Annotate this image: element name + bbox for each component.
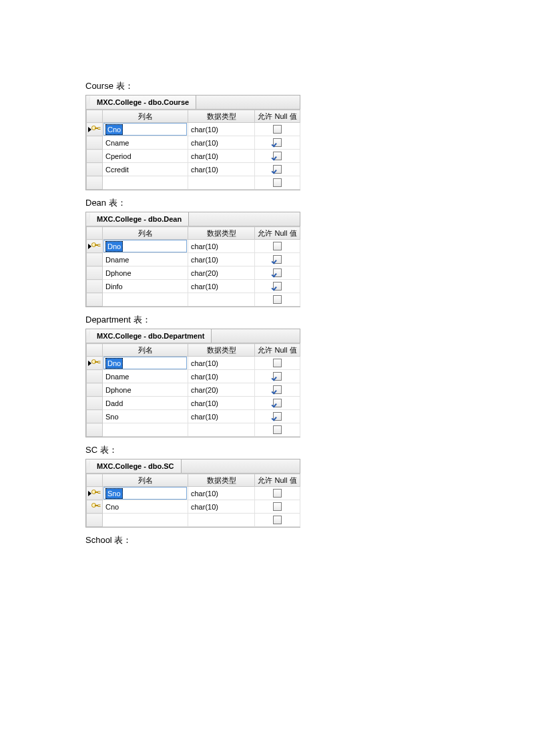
data-type-cell[interactable]: char(10) — [188, 280, 255, 293]
allow-null-cell[interactable] — [255, 487, 300, 500]
row-gutter[interactable] — [87, 383, 103, 397]
header-null[interactable]: 允许 Null 值 — [255, 227, 300, 240]
header-name[interactable]: 列名 — [103, 474, 188, 487]
data-type-cell[interactable]: char(10) — [188, 163, 255, 176]
table-row[interactable]: Dphonechar(20) — [87, 383, 300, 397]
table-row[interactable] — [87, 293, 300, 307]
header-null[interactable]: 允许 Null 值 — [255, 344, 300, 357]
name-editor[interactable]: Cno — [103, 123, 187, 136]
column-name-cell[interactable]: Dinfo — [103, 280, 188, 293]
table-row[interactable]: Cnochar(10) — [87, 500, 300, 514]
row-gutter[interactable] — [87, 487, 103, 500]
checkbox-icon[interactable] — [273, 359, 282, 367]
allow-null-cell[interactable] — [255, 176, 300, 190]
data-type-cell[interactable]: char(20) — [188, 266, 255, 280]
table-row[interactable]: Dnamechar(10) — [87, 370, 300, 383]
column-name-cell[interactable]: Dphone — [103, 383, 188, 397]
row-gutter[interactable] — [87, 500, 103, 514]
row-gutter[interactable] — [87, 280, 103, 293]
data-type-cell[interactable]: char(10) — [188, 253, 255, 266]
data-type-cell[interactable]: char(10) — [188, 240, 255, 253]
column-name-cell[interactable]: Ccredit — [103, 163, 188, 176]
column-name-cell[interactable]: Dno — [103, 357, 188, 370]
allow-null-cell[interactable] — [255, 357, 300, 370]
column-name-cell[interactable]: Dadd — [103, 397, 188, 410]
data-type-cell[interactable]: char(10) — [188, 500, 255, 514]
data-type-cell[interactable]: char(10) — [188, 136, 255, 150]
header-name[interactable]: 列名 — [103, 110, 188, 123]
row-gutter[interactable] — [87, 253, 103, 266]
data-type-cell[interactable] — [188, 176, 255, 190]
table-row[interactable]: Daddchar(10) — [87, 397, 300, 410]
header-null[interactable]: 允许 Null 值 — [255, 474, 300, 487]
checkbox-icon[interactable] — [273, 178, 282, 187]
column-name-cell[interactable]: Sno — [103, 487, 188, 500]
checkbox-icon[interactable] — [273, 138, 282, 147]
checkbox-icon[interactable] — [273, 425, 282, 434]
allow-null-cell[interactable] — [255, 410, 300, 423]
name-editor[interactable]: Dno — [103, 357, 187, 369]
data-type-cell[interactable]: char(10) — [188, 397, 255, 410]
data-type-cell[interactable]: char(10) — [188, 357, 255, 370]
row-gutter[interactable] — [87, 176, 103, 190]
allow-null-cell[interactable] — [255, 423, 300, 437]
allow-null-cell[interactable] — [255, 136, 300, 150]
table-row[interactable]: Snochar(10) — [87, 410, 300, 423]
allow-null-cell[interactable] — [255, 514, 300, 527]
checkbox-icon[interactable] — [273, 255, 282, 264]
data-type-cell[interactable]: char(20) — [188, 383, 255, 397]
checkbox-icon[interactable] — [273, 385, 282, 394]
checkbox-icon[interactable] — [273, 295, 282, 304]
data-type-cell[interactable]: char(10) — [188, 370, 255, 383]
header-name[interactable]: 列名 — [103, 227, 188, 240]
table-row[interactable]: Dphonechar(20) — [87, 266, 300, 280]
row-gutter[interactable] — [87, 163, 103, 176]
header-name[interactable]: 列名 — [103, 344, 188, 357]
data-type-cell[interactable]: char(10) — [188, 150, 255, 163]
column-name-cell[interactable]: Cname — [103, 136, 188, 150]
tab[interactable]: MXC.College - dbo.Course — [90, 96, 196, 109]
row-gutter[interactable] — [87, 266, 103, 280]
checkbox-icon[interactable] — [273, 399, 282, 407]
row-gutter[interactable] — [87, 397, 103, 410]
column-name-cell[interactable] — [103, 514, 188, 527]
checkbox-icon[interactable] — [273, 489, 282, 498]
table-row[interactable]: Cperiodchar(10) — [87, 150, 300, 163]
table-row[interactable]: Cnochar(10) — [87, 123, 300, 136]
row-gutter[interactable] — [87, 293, 103, 307]
table-row[interactable]: Dnochar(10) — [87, 240, 300, 253]
row-gutter[interactable] — [87, 136, 103, 150]
row-gutter[interactable] — [87, 150, 103, 163]
name-editor[interactable]: Dno — [103, 240, 187, 252]
checkbox-icon[interactable] — [273, 516, 282, 524]
row-gutter[interactable] — [87, 423, 103, 437]
allow-null-cell[interactable] — [255, 383, 300, 397]
tab[interactable]: MXC.College - dbo.Department — [90, 329, 212, 343]
row-gutter[interactable] — [87, 370, 103, 383]
table-row[interactable] — [87, 176, 300, 190]
data-type-cell[interactable] — [188, 423, 255, 437]
row-gutter[interactable] — [87, 240, 103, 253]
data-type-cell[interactable]: char(10) — [188, 123, 255, 136]
allow-null-cell[interactable] — [255, 150, 300, 163]
column-name-cell[interactable]: Dname — [103, 253, 188, 266]
allow-null-cell[interactable] — [255, 500, 300, 514]
header-type[interactable]: 数据类型 — [188, 110, 255, 123]
column-name-cell[interactable]: Dname — [103, 370, 188, 383]
name-editor[interactable]: Sno — [103, 487, 187, 500]
allow-null-cell[interactable] — [255, 123, 300, 136]
checkbox-icon[interactable] — [273, 125, 282, 134]
column-name-cell[interactable]: Dno — [103, 240, 188, 253]
row-gutter[interactable] — [87, 357, 103, 370]
column-name-cell[interactable]: Cperiod — [103, 150, 188, 163]
allow-null-cell[interactable] — [255, 370, 300, 383]
header-type[interactable]: 数据类型 — [188, 227, 255, 240]
column-name-cell[interactable] — [103, 423, 188, 437]
header-null[interactable]: 允许 Null 值 — [255, 110, 300, 123]
checkbox-icon[interactable] — [273, 282, 282, 291]
column-name-cell[interactable]: Sno — [103, 410, 188, 423]
table-row[interactable]: Cnamechar(10) — [87, 136, 300, 150]
allow-null-cell[interactable] — [255, 397, 300, 410]
checkbox-icon[interactable] — [273, 502, 282, 511]
data-type-cell[interactable]: char(10) — [188, 410, 255, 423]
